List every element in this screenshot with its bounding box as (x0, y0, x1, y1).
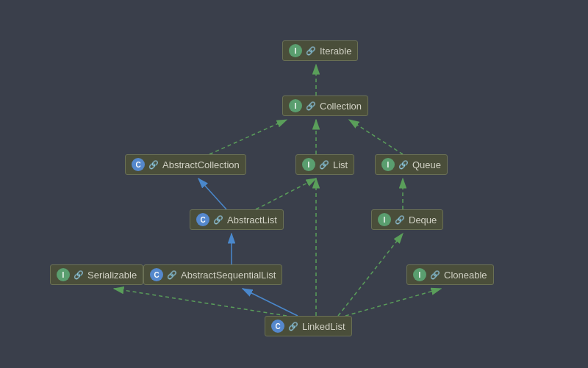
node-list[interactable]: I 🔗 List (295, 154, 354, 175)
node-abstractsequentiallist[interactable]: C 🔗 AbstractSequentialList (143, 264, 282, 285)
icon-list: I (302, 158, 315, 171)
link-icon-cloneable: 🔗 (430, 270, 440, 280)
label-cloneable: Cloneable (444, 270, 487, 281)
link-icon-abstractlist: 🔗 (213, 215, 223, 225)
label-abstractsequentiallist: AbstractSequentialList (181, 270, 276, 281)
node-abstractlist[interactable]: C 🔗 AbstractList (190, 209, 284, 230)
node-iterable[interactable]: I 🔗 Iterable (282, 40, 358, 61)
svg-line-13 (345, 289, 441, 316)
label-collection: Collection (320, 101, 362, 112)
svg-line-6 (349, 120, 403, 154)
link-icon-abstractsequentiallist: 🔗 (167, 270, 177, 280)
svg-line-11 (243, 289, 298, 316)
icon-abstractlist: C (196, 213, 209, 226)
link-icon-list: 🔗 (319, 160, 329, 170)
link-icon-deque: 🔗 (395, 215, 405, 225)
icon-deque: I (378, 213, 391, 226)
link-icon-linkedlist: 🔗 (288, 322, 298, 331)
label-iterable: Iterable (320, 46, 351, 57)
node-deque[interactable]: I 🔗 Deque (371, 209, 443, 230)
node-queue[interactable]: I 🔗 Queue (375, 154, 448, 175)
link-icon-iterable: 🔗 (306, 46, 316, 56)
svg-line-12 (114, 289, 287, 316)
label-list: List (333, 159, 348, 170)
icon-queue: I (381, 158, 395, 171)
label-linkedlist: LinkedList (302, 321, 345, 332)
icon-abstractsequentiallist: C (150, 268, 163, 281)
link-icon-collection: 🔗 (306, 101, 316, 111)
label-queue: Queue (412, 159, 441, 170)
link-icon-abstractcollection: 🔗 (148, 160, 159, 170)
svg-line-8 (256, 178, 316, 209)
node-collection[interactable]: I 🔗 Collection (282, 95, 368, 116)
icon-cloneable: I (413, 268, 426, 281)
node-linkedlist[interactable]: C 🔗 LinkedList (265, 316, 352, 336)
label-abstractcollection: AbstractCollection (162, 159, 240, 170)
label-abstractlist: AbstractList (227, 214, 277, 226)
node-serializable[interactable]: I 🔗 Serializable (50, 264, 143, 285)
svg-line-7 (198, 178, 226, 209)
node-cloneable[interactable]: I 🔗 Cloneable (406, 264, 494, 285)
svg-line-4 (209, 120, 287, 154)
label-serializable: Serializable (87, 270, 137, 281)
icon-serializable: I (57, 268, 70, 281)
svg-line-14 (338, 234, 403, 316)
node-abstractcollection[interactable]: C 🔗 AbstractCollection (125, 154, 246, 175)
icon-linkedlist: C (271, 320, 284, 333)
icon-iterable: I (289, 44, 302, 57)
icon-collection: I (289, 99, 302, 112)
icon-abstractcollection: C (132, 158, 145, 171)
label-deque: Deque (409, 214, 437, 226)
link-icon-serializable: 🔗 (74, 270, 84, 280)
link-icon-queue: 🔗 (398, 160, 409, 170)
